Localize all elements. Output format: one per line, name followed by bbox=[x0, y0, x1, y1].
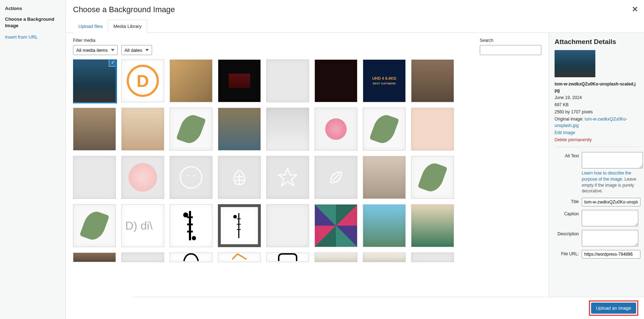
media-thumb[interactable] bbox=[218, 108, 261, 151]
media-thumb[interactable] bbox=[266, 156, 309, 199]
media-thumb[interactable] bbox=[363, 108, 406, 151]
attachment-preview bbox=[555, 50, 595, 77]
actions-heading: Actions bbox=[5, 6, 60, 11]
media-thumb[interactable] bbox=[314, 59, 357, 102]
caption-field[interactable] bbox=[582, 210, 638, 226]
sidebar-item-choose-bg[interactable]: Choose a Background Image bbox=[5, 16, 60, 29]
actions-sidebar: Actions Choose a Background Image Insert… bbox=[0, 0, 66, 319]
media-thumb[interactable] bbox=[266, 252, 309, 262]
search-label: Search bbox=[480, 38, 541, 43]
attachment-filename: tom-w-zwdkxQZu0Ko-unsplash-scaled.jpg bbox=[555, 82, 636, 93]
svg-rect-5 bbox=[187, 224, 192, 225]
attachment-filesize: 697 KB bbox=[555, 102, 638, 108]
search-input[interactable] bbox=[480, 45, 541, 55]
filter-media-label: Filter media bbox=[73, 38, 154, 43]
svg-rect-10 bbox=[237, 219, 241, 219]
media-thumb[interactable] bbox=[314, 252, 357, 262]
svg-point-2 bbox=[194, 175, 195, 176]
media-thumb[interactable] bbox=[411, 252, 454, 262]
media-thumb[interactable] bbox=[73, 108, 116, 151]
tab-media-library[interactable]: Media Library bbox=[108, 20, 147, 33]
media-thumb[interactable] bbox=[363, 252, 406, 262]
media-grid: ✓ D UHD 4 8.4KDBEST GATNBINE bbox=[73, 59, 541, 314]
svg-rect-3 bbox=[189, 211, 191, 240]
media-thumb[interactable] bbox=[73, 252, 116, 262]
attachment-details-panel: Attachment Details tom-w-zwdkxQZu0Ko-uns… bbox=[548, 33, 644, 319]
modal-footer: Upload an image bbox=[132, 297, 644, 319]
media-thumb[interactable] bbox=[411, 204, 454, 247]
media-thumb[interactable]: D) di\ bbox=[121, 204, 164, 247]
check-icon[interactable]: ✓ bbox=[109, 59, 116, 67]
media-thumb[interactable] bbox=[170, 204, 213, 247]
media-thumb[interactable]: UHD 4 8.4KDBEST GATNBINE bbox=[363, 59, 406, 102]
svg-rect-11 bbox=[237, 224, 241, 225]
filter-media-type[interactable]: All media items bbox=[73, 45, 118, 55]
media-thumb[interactable] bbox=[121, 252, 164, 262]
media-thumb[interactable] bbox=[73, 204, 116, 247]
svg-point-0 bbox=[180, 167, 202, 188]
media-thumb[interactable] bbox=[218, 59, 261, 102]
svg-rect-4 bbox=[187, 217, 192, 218]
media-thumb[interactable] bbox=[411, 108, 454, 151]
tab-upload-files[interactable]: Upload files bbox=[73, 20, 108, 33]
media-thumb[interactable] bbox=[266, 204, 309, 247]
description-label: Description bbox=[555, 230, 582, 236]
page-title: Choose a Background Image bbox=[73, 5, 175, 14]
media-thumb[interactable] bbox=[121, 108, 164, 151]
upload-button-highlight: Upload an image bbox=[589, 300, 638, 316]
caption-label: Caption bbox=[555, 210, 582, 216]
svg-point-8 bbox=[192, 236, 196, 240]
media-thumb-selected[interactable]: ✓ bbox=[73, 59, 116, 102]
attachment-date: June 19, 2024 bbox=[555, 94, 638, 101]
media-thumb[interactable] bbox=[314, 204, 357, 247]
svg-rect-9 bbox=[238, 213, 239, 238]
media-thumb[interactable] bbox=[218, 156, 261, 199]
svg-rect-12 bbox=[237, 229, 241, 230]
svg-rect-6 bbox=[187, 231, 192, 232]
svg-point-1 bbox=[187, 175, 189, 176]
description-field[interactable] bbox=[582, 230, 638, 246]
media-thumb[interactable] bbox=[170, 59, 213, 102]
file-url-label: File URL: bbox=[555, 250, 582, 256]
attachment-dimensions: 2560 by 1707 pixels bbox=[555, 109, 638, 115]
media-thumb[interactable] bbox=[266, 59, 309, 102]
media-thumb[interactable] bbox=[363, 156, 406, 199]
media-thumb[interactable] bbox=[73, 156, 116, 199]
media-thumb[interactable] bbox=[121, 156, 164, 199]
title-label: Title bbox=[555, 198, 582, 204]
media-thumb[interactable] bbox=[170, 108, 213, 151]
media-thumb[interactable] bbox=[411, 59, 454, 102]
upload-an-image-button[interactable]: Upload an image bbox=[591, 303, 636, 314]
media-thumb[interactable] bbox=[170, 252, 213, 262]
media-thumb[interactable]: D bbox=[121, 59, 164, 102]
media-thumb[interactable] bbox=[218, 252, 261, 262]
media-thumb[interactable] bbox=[314, 156, 357, 199]
delete-permanently-link[interactable]: Delete permanently bbox=[555, 137, 592, 142]
title-field[interactable] bbox=[582, 198, 640, 206]
edit-image-link[interactable]: Edit Image bbox=[555, 130, 575, 135]
filter-dates[interactable]: All dates bbox=[121, 45, 152, 55]
file-url-field[interactable] bbox=[582, 250, 640, 259]
media-thumb[interactable] bbox=[266, 108, 309, 151]
media-thumb[interactable] bbox=[363, 204, 406, 247]
media-thumb[interactable] bbox=[170, 156, 213, 199]
svg-point-7 bbox=[184, 213, 188, 217]
media-thumb[interactable] bbox=[218, 204, 261, 247]
tabs: Upload files Media Library bbox=[66, 19, 644, 33]
details-heading: Attachment Details bbox=[555, 38, 638, 46]
media-thumb[interactable] bbox=[314, 108, 357, 151]
sidebar-item-insert-url[interactable]: Insert from URL bbox=[5, 34, 60, 40]
close-icon[interactable]: ✕ bbox=[632, 5, 638, 14]
media-thumb[interactable] bbox=[411, 156, 454, 199]
alt-text-field[interactable] bbox=[582, 152, 643, 168]
alt-text-label: Alt Text bbox=[555, 152, 582, 158]
svg-point-13 bbox=[233, 215, 237, 219]
